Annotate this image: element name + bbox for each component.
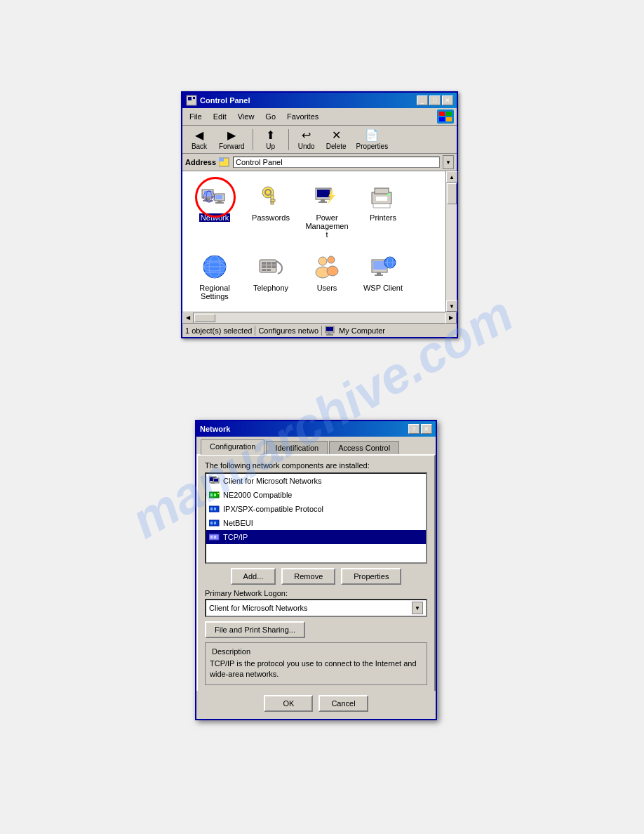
svg-rect-81 xyxy=(210,536,213,538)
svg-rect-43 xyxy=(267,262,271,265)
svg-rect-28 xyxy=(318,201,327,203)
tab-identification-label: Identification xyxy=(275,444,318,452)
network-label: Network xyxy=(199,213,230,222)
svg-rect-47 xyxy=(271,265,276,268)
maximize-button[interactable]: □ xyxy=(429,95,441,105)
svg-rect-15 xyxy=(217,201,222,202)
logon-dropdown-arrow[interactable]: ▼ xyxy=(412,602,423,614)
network-svg xyxy=(201,183,229,211)
tab-configuration[interactable]: Configuration xyxy=(201,439,264,455)
svg-rect-45 xyxy=(262,265,266,268)
icon-telephony[interactable]: Telephony xyxy=(246,249,296,305)
components-label: The following network components are ins… xyxy=(205,461,427,470)
list-item-client-ms[interactable]: Client for Microsoft Networks xyxy=(206,474,426,488)
svg-rect-42 xyxy=(262,262,266,265)
svg-rect-62 xyxy=(326,327,333,331)
svg-rect-16 xyxy=(215,202,224,204)
svg-rect-64 xyxy=(326,334,333,336)
properties-button[interactable]: Properties xyxy=(341,568,401,585)
svg-rect-57 xyxy=(375,274,383,276)
icon-printers[interactable]: Printers xyxy=(358,178,408,243)
cancel-button[interactable]: Cancel xyxy=(318,695,368,712)
delete-button[interactable]: ✕ Delete xyxy=(322,127,351,152)
remove-button[interactable]: Remove xyxy=(281,568,335,585)
menu-edit[interactable]: Edit xyxy=(209,112,231,121)
svg-rect-76 xyxy=(214,508,216,510)
forward-button[interactable]: ▶ Forward xyxy=(215,127,249,152)
scroll-down-arrow[interactable]: ▼ xyxy=(446,300,457,312)
svg-rect-23 xyxy=(271,199,275,201)
svg-rect-73 xyxy=(217,493,219,494)
icon-users[interactable]: Users xyxy=(302,249,352,305)
dialog-close-button[interactable]: ✕ xyxy=(421,424,432,434)
menu-view[interactable]: View xyxy=(234,112,259,121)
minimize-button[interactable]: _ xyxy=(417,95,428,105)
icon-network[interactable]: Network xyxy=(189,178,240,243)
svg-rect-48 xyxy=(262,269,266,271)
tcpip-icon xyxy=(209,531,220,543)
svg-rect-72 xyxy=(214,494,216,496)
svg-rect-78 xyxy=(210,522,213,524)
window-icon xyxy=(186,95,197,106)
svg-rect-55 xyxy=(373,261,386,270)
menu-file[interactable]: File xyxy=(185,112,206,121)
users-label: Users xyxy=(317,284,337,292)
primary-logon-select[interactable]: Client for Microsoft Networks ▼ xyxy=(205,599,427,617)
svg-rect-8 xyxy=(219,158,224,161)
scroll-right-arrow[interactable]: ▶ xyxy=(445,312,457,324)
up-label: Up xyxy=(266,143,275,150)
power-svg xyxy=(313,183,341,211)
menu-go[interactable]: Go xyxy=(261,112,280,121)
power-icon-image xyxy=(313,183,341,211)
tab-access-control[interactable]: Access Control xyxy=(329,441,399,454)
icon-wsp[interactable]: WSP Client xyxy=(358,249,408,305)
status-sep-2 xyxy=(321,326,322,336)
list-item-netbeui[interactable]: NetBEUI xyxy=(206,516,426,530)
dialog-titlebar: Network ? ✕ xyxy=(196,421,436,437)
network-components-list[interactable]: Client for Microsoft Networks NE2000 Com… xyxy=(205,472,427,564)
ne2000-icon xyxy=(209,489,220,501)
address-dropdown[interactable]: ▼ xyxy=(443,155,454,169)
status-description: Configures netwo xyxy=(258,326,318,335)
window-title: Control Panel xyxy=(200,96,250,105)
windows-logo xyxy=(437,110,454,124)
close-button[interactable]: ✕ xyxy=(442,95,453,105)
icon-passwords[interactable]: Passwords xyxy=(246,178,296,243)
tab-identification[interactable]: Identification xyxy=(266,441,328,454)
scroll-left-arrow[interactable]: ◀ xyxy=(182,312,194,324)
description-text: TCP/IP is the protocol you use to connec… xyxy=(210,658,422,680)
address-icon xyxy=(219,157,230,168)
telephony-icon-image xyxy=(257,253,285,281)
forward-icon: ▶ xyxy=(227,128,236,142)
menu-favorites[interactable]: Favorites xyxy=(283,112,323,121)
list-item-ne2000[interactable]: NE2000 Compatible xyxy=(206,488,426,502)
add-button[interactable]: Add... xyxy=(231,568,276,585)
wsp-svg xyxy=(369,253,397,281)
icon-regional[interactable]: RegionalSettings xyxy=(189,249,240,305)
back-button[interactable]: ◀ Back xyxy=(185,127,213,152)
netbeui-icon xyxy=(209,517,220,529)
ok-button[interactable]: OK xyxy=(264,695,313,712)
status-sep-1 xyxy=(255,326,255,336)
up-button[interactable]: ⬆ Up xyxy=(257,127,285,152)
address-label: Address xyxy=(185,158,216,166)
h-scroll-thumb[interactable] xyxy=(194,314,215,322)
scroll-thumb[interactable] xyxy=(447,183,457,204)
forward-label: Forward xyxy=(219,143,245,150)
tab-bar: Configuration Identification Access Cont… xyxy=(196,437,436,454)
scrollbar-vertical[interactable]: ▲ ▼ xyxy=(445,171,457,312)
properties-button[interactable]: 📄 Properties xyxy=(352,127,393,152)
scrollbar-horizontal[interactable]: ◀ ▶ xyxy=(182,312,457,323)
icon-power[interactable]: PowerManagement xyxy=(302,178,352,243)
regional-icon-image xyxy=(201,253,229,281)
list-item-ipx[interactable]: IPX/SPX-compatible Protocol xyxy=(206,502,426,516)
list-item-tcpip[interactable]: TCP/IP xyxy=(206,530,426,544)
dialog-help-button[interactable]: ? xyxy=(408,424,420,434)
undo-button[interactable]: ↩ Undo xyxy=(293,127,321,152)
address-input[interactable]: Control Panel xyxy=(233,157,440,168)
titlebar: Control Panel _ □ ✕ xyxy=(182,93,457,108)
scroll-up-arrow[interactable]: ▲ xyxy=(446,171,457,183)
file-sharing-button[interactable]: File and Print Sharing... xyxy=(205,621,305,638)
description-group-label: Description xyxy=(210,647,253,656)
tcpip-label: TCP/IP xyxy=(223,533,248,541)
